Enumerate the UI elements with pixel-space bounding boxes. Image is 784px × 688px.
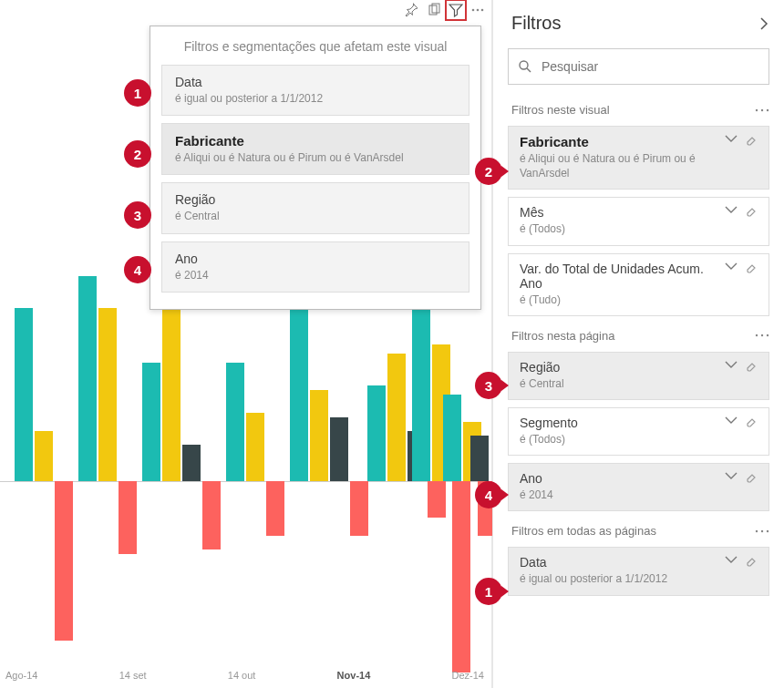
x-axis-label: 14 out <box>228 670 256 681</box>
svg-point-12 <box>767 334 769 336</box>
svg-point-15 <box>767 530 769 532</box>
chart-bar <box>78 276 97 481</box>
filter-card[interactable]: Segmentoé (Todos) <box>508 407 769 456</box>
tooltip-filter-desc: é 2014 <box>175 268 456 282</box>
visual-toolbar <box>404 2 486 18</box>
section-heading-text: Filtros nesta página <box>511 329 614 343</box>
clear-filter-icon[interactable] <box>745 205 758 218</box>
clear-filter-icon[interactable] <box>745 262 758 274</box>
tooltip-filter-item: Regiãoé Central <box>161 182 469 233</box>
chart-bar <box>443 395 461 481</box>
callout-badge: 3 <box>475 372 502 399</box>
filter-card[interactable]: Anoé 2014 <box>508 463 769 511</box>
clear-filter-icon[interactable] <box>745 416 758 428</box>
section-more-icon[interactable] <box>755 333 769 338</box>
svg-point-13 <box>756 530 758 532</box>
chart-bar <box>55 481 73 641</box>
chart-bar <box>452 481 470 673</box>
svg-point-10 <box>756 334 758 336</box>
filter-section-heading: Filtros em todas as páginas <box>493 519 784 543</box>
more-options-icon[interactable] <box>469 2 486 18</box>
filter-card-name: Ano <box>520 471 553 486</box>
clear-filter-icon[interactable] <box>745 555 758 568</box>
chart-x-axis: Ago-1414 set14 outNov-14Dez-14 <box>0 670 491 681</box>
clear-filter-icon[interactable] <box>745 134 758 147</box>
expand-filter-icon[interactable] <box>725 555 738 568</box>
filter-card-desc: é (Tudo) <box>520 293 725 307</box>
chart-bar <box>330 417 348 481</box>
tooltip-filter-desc: é Aliqui ou é Natura ou é Pirum ou é Van… <box>175 150 456 165</box>
chart-bar <box>387 354 406 481</box>
expand-filter-icon[interactable] <box>725 360 738 373</box>
filters-pane: Filtros Filtros neste visualFabricanteé … <box>492 0 784 688</box>
svg-point-4 <box>481 9 484 12</box>
filter-card-desc: é Central <box>520 376 564 391</box>
tooltip-filter-name: Fabricante <box>175 133 456 149</box>
section-more-icon[interactable] <box>755 108 769 113</box>
chart-visual[interactable]: Ago-1414 set14 outNov-14Dez-14 Filtros e… <box>0 0 492 688</box>
clear-filter-icon[interactable] <box>745 360 758 373</box>
expand-filter-icon[interactable] <box>725 134 738 147</box>
filter-card[interactable]: Var. do Total de Unidades Acum. Anoé (Tu… <box>508 253 769 316</box>
chart-bar <box>428 481 446 518</box>
tooltip-filter-item: Anoé 2014 <box>161 241 469 293</box>
tooltip-filter-item: Fabricanteé Aliqui ou é Natura ou é Piru… <box>161 123 469 175</box>
pin-icon[interactable] <box>404 2 420 18</box>
filter-section-heading: Filtros neste visual <box>493 98 784 122</box>
section-heading-text: Filtros em todas as páginas <box>511 524 656 538</box>
collapse-pane-icon[interactable] <box>758 16 769 31</box>
x-axis-label: 14 set <box>119 670 147 681</box>
tooltip-filter-desc: é Central <box>175 209 456 223</box>
filter-card-desc: é (Todos) <box>520 221 565 236</box>
chart-bar <box>35 431 53 481</box>
tooltip-filter-desc: é igual ou posterior a 1/1/2012 <box>175 91 456 106</box>
search-icon <box>518 59 532 74</box>
chart-bar <box>470 436 489 481</box>
section-heading-text: Filtros neste visual <box>511 103 610 117</box>
expand-filter-icon[interactable] <box>725 262 738 274</box>
filter-card-desc: é (Todos) <box>520 432 578 447</box>
callout-badge: 2 <box>475 158 502 185</box>
filters-title: Filtros <box>511 13 561 34</box>
chart-bar <box>98 308 117 481</box>
callout-badge: 1 <box>124 79 151 107</box>
chart-bar <box>226 363 244 481</box>
section-more-icon[interactable] <box>755 529 769 534</box>
copy-icon[interactable] <box>426 2 442 18</box>
svg-point-3 <box>477 9 480 12</box>
expand-filter-icon[interactable] <box>725 205 738 218</box>
expand-filter-icon[interactable] <box>725 416 738 428</box>
chart-bar <box>142 363 160 481</box>
tooltip-filter-name: Data <box>175 75 456 89</box>
svg-point-11 <box>761 334 763 336</box>
callout-badge: 1 <box>475 578 502 605</box>
filters-search[interactable] <box>508 48 769 85</box>
svg-point-5 <box>520 61 528 69</box>
clear-filter-icon[interactable] <box>745 471 758 484</box>
filter-card[interactable]: Fabricanteé Aliqui ou é Natura ou é Piru… <box>508 126 769 190</box>
callout-badge: 3 <box>124 201 151 229</box>
callout-badge: 4 <box>124 256 151 283</box>
x-axis-label: Nov-14 <box>337 670 371 681</box>
filters-header: Filtros <box>493 0 784 39</box>
chart-bar <box>367 385 386 481</box>
filter-card-desc: é Aliqui ou é Natura ou é Pirum ou é Van… <box>520 151 725 180</box>
search-input[interactable] <box>542 59 759 74</box>
tooltip-filter-item: Dataé igual ou posterior a 1/1/2012 <box>161 65 469 116</box>
expand-filter-icon[interactable] <box>725 471 738 484</box>
tooltip-filter-name: Ano <box>175 252 456 266</box>
chart-bar <box>310 390 328 481</box>
filter-card[interactable]: Dataé igual ou posterior a 1/1/2012 <box>508 547 769 595</box>
filter-card-name: Fabricante <box>520 134 725 149</box>
filter-card[interactable]: Regiãoé Central <box>508 352 769 400</box>
filter-card-name: Região <box>520 360 564 375</box>
filter-card-name: Data <box>520 555 667 570</box>
chart-bar <box>412 303 430 481</box>
chart-bar <box>119 481 137 554</box>
filter-card[interactable]: Mêsé (Todos) <box>508 197 769 245</box>
filter-card-name: Segmento <box>520 416 578 430</box>
filters-tooltip: Filtros e segmentações que afetam este v… <box>150 26 481 310</box>
chart-bar <box>162 303 181 481</box>
svg-point-9 <box>767 108 769 110</box>
filter-icon[interactable] <box>448 2 464 18</box>
